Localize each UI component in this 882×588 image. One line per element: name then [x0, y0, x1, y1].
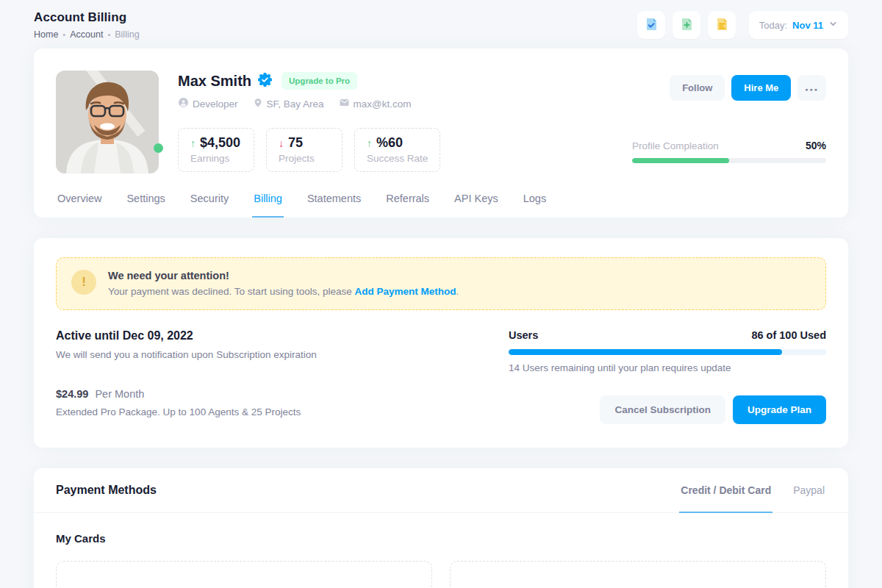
price-period: Per Month: [95, 388, 144, 400]
file-plus-icon: [679, 17, 694, 34]
breadcrumb: Home • Account • Billing: [34, 29, 140, 40]
users-remaining-note: 14 Users remaining until your plan requi…: [509, 362, 826, 373]
exclamation-mark: !: [82, 275, 86, 290]
breadcrumb-separator: •: [107, 30, 110, 39]
users-progress-fill: [509, 349, 782, 355]
users-label: Users: [509, 329, 538, 341]
add-payment-method-link[interactable]: Add Payment Method: [354, 286, 456, 297]
date-picker-button[interactable]: Today: Nov 11: [749, 11, 848, 39]
topbar: Account Billing Home • Account • Billing: [34, 0, 848, 49]
plan-price: $24.99 Per Month: [56, 388, 317, 400]
trend-up-icon: ↑: [190, 137, 196, 149]
hire-me-button[interactable]: Hire Me: [731, 75, 791, 101]
location-pin-icon: [253, 98, 263, 110]
completion-progress-fill: [632, 158, 729, 163]
warning-icon: !: [71, 270, 96, 295]
tab-overview[interactable]: Overview: [56, 193, 103, 218]
card-slot-2: [450, 561, 826, 588]
stat-projects-label: Projects: [279, 153, 330, 164]
user-icon: [178, 97, 189, 110]
profile-card: Max Smith Upgrade to Pro: [34, 49, 848, 218]
payment-methods-body: My Cards: [34, 513, 848, 588]
alert-body-suffix: .: [456, 286, 459, 297]
upgrade-plan-button[interactable]: Upgrade Plan: [733, 395, 826, 424]
active-until-heading: Active until Dec 09, 2022: [56, 329, 317, 343]
billing-actions: Cancel Subscription Upgrade Plan: [509, 395, 826, 424]
price-value: $24.99: [56, 388, 88, 400]
file-lines-button[interactable]: [708, 11, 736, 39]
stat-success-rate-label: Success Rate: [367, 153, 428, 164]
my-cards-heading: My Cards: [56, 532, 826, 545]
billing-summary-card: ! We need your attention! Your payment w…: [34, 238, 848, 448]
users-progress-track: [509, 349, 826, 355]
active-until-subtitle: We will send you a notification upon Sub…: [56, 349, 317, 360]
stat-projects: ↓ 75 Projects: [266, 128, 343, 172]
chevron-down-icon: [828, 19, 838, 31]
file-check-button[interactable]: [637, 11, 665, 39]
profile-completion: Profile Compleation 50%: [632, 140, 826, 163]
trend-up-icon: ↑: [367, 137, 372, 149]
tab-api-keys[interactable]: API Keys: [453, 193, 500, 218]
stat-success-rate-value: %60: [376, 135, 403, 151]
stat-earnings-value: $4,500: [200, 135, 240, 151]
online-status-dot: [154, 143, 163, 153]
follow-button[interactable]: Follow: [670, 75, 725, 101]
tab-statements[interactable]: Statements: [306, 193, 362, 218]
email-icon: [339, 97, 350, 110]
tab-billing[interactable]: Billing: [252, 193, 284, 218]
completion-value: 50%: [806, 140, 826, 151]
location-item: SF, Bay Area: [253, 98, 324, 110]
stat-success-rate: ↑ %60 Success Rate: [354, 128, 440, 172]
alert-title: We need your attention!: [108, 270, 459, 282]
file-lines-icon: [714, 17, 729, 34]
ellipsis-icon: ●●●: [805, 87, 819, 92]
card-slot-1: [56, 561, 432, 588]
breadcrumb-account[interactable]: Account: [70, 29, 103, 40]
payment-method-tabs: Credit / Debit Card Paypal: [679, 468, 826, 512]
role-item: Developer: [178, 97, 238, 110]
email-item: max@kt.com: [339, 97, 412, 110]
completion-label: Profile Compleation: [632, 140, 719, 151]
attention-alert: ! We need your attention! Your payment w…: [56, 257, 826, 310]
breadcrumb-billing: Billing: [115, 29, 139, 40]
date-value: Nov 11: [792, 20, 823, 31]
tab-settings[interactable]: Settings: [125, 193, 166, 218]
profile-stats: ↑ $4,500 Earnings ↓ 75 Projects: [178, 128, 613, 172]
profile-name[interactable]: Max Smith: [178, 73, 251, 90]
page-title: Account Billing: [34, 10, 140, 25]
tab-paypal[interactable]: Paypal: [792, 468, 826, 512]
subscription-status: Active until Dec 09, 2022 We will send y…: [56, 329, 317, 424]
completion-progress-track: [632, 158, 826, 163]
payment-methods-title: Payment Methods: [56, 468, 157, 512]
topbar-left: Account Billing Home • Account • Billing: [34, 10, 140, 40]
breadcrumb-separator: •: [62, 30, 65, 39]
cards-grid: [56, 561, 826, 588]
stat-earnings: ↑ $4,500 Earnings: [178, 128, 254, 172]
payment-methods-header: Payment Methods Credit / Debit Card Payp…: [34, 468, 848, 513]
profile-meta: Developer SF, Bay Area max@kt.com: [178, 97, 613, 110]
file-plus-button[interactable]: [673, 11, 700, 39]
users-usage: Users 86 of 100 Used 14 Users remaining …: [509, 329, 826, 424]
tab-credit-debit-card[interactable]: Credit / Debit Card: [679, 468, 772, 512]
location-label: SF, Bay Area: [267, 98, 324, 110]
profile-info: Max Smith Upgrade to Pro: [178, 71, 613, 173]
tab-security[interactable]: Security: [189, 193, 230, 218]
verified-badge-icon: [258, 73, 272, 90]
more-options-button[interactable]: ●●●: [797, 75, 826, 101]
profile-right-column: Follow Hire Me ●●● Profile Compleation 5…: [632, 71, 826, 173]
trend-down-icon: ↓: [279, 137, 284, 149]
topbar-right: Today: Nov 11: [637, 11, 848, 39]
tab-referrals[interactable]: Referrals: [384, 193, 431, 218]
plan-description: Extended Pro Package. Up to 100 Agents &…: [56, 406, 317, 417]
avatar: [56, 71, 159, 173]
breadcrumb-home[interactable]: Home: [34, 29, 58, 40]
date-label: Today:: [759, 20, 787, 31]
alert-body-text: Your payment was declined. To start usin…: [108, 286, 354, 297]
avatar-photo: [56, 71, 159, 173]
account-billing-page: Account Billing Home • Account • Billing: [0, 0, 882, 588]
users-usage-value: 86 of 100 Used: [751, 329, 826, 341]
upgrade-to-pro-badge[interactable]: Upgrade to Pro: [282, 72, 357, 90]
tab-logs[interactable]: Logs: [522, 193, 548, 218]
cancel-subscription-button[interactable]: Cancel Subscription: [600, 395, 725, 424]
alert-content: We need your attention! Your payment was…: [108, 270, 459, 297]
